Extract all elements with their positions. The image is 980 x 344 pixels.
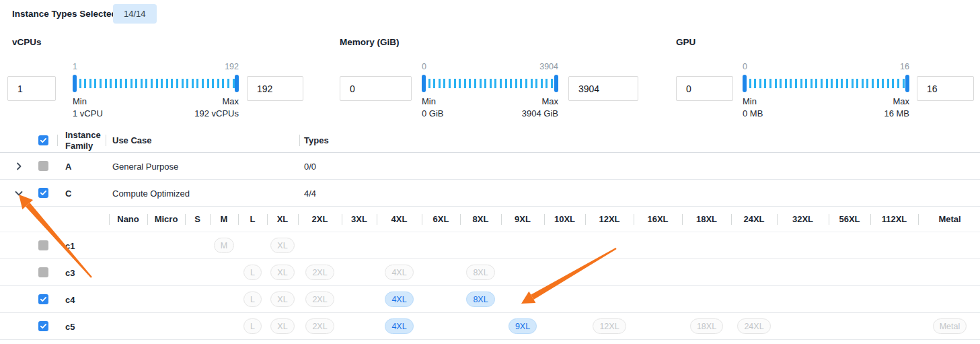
gpu-label: GPU [676,37,695,47]
gpu-slider-max-tick: 16 [900,62,909,73]
size-column-header: L [238,207,267,232]
size-cell [731,232,777,259]
size-cell: L [238,259,267,285]
size-badge-8xl[interactable]: 8XL [466,291,494,307]
size-badge-9xl[interactable]: 9XL [508,318,537,334]
gpu-filter-group: GPU 0 16 Min 0 MB Max 16 MB [676,37,695,47]
size-cell [109,259,147,285]
size-badge-8xl[interactable]: 8XL [466,265,494,280]
selected-count-badge: 14/14 [113,4,157,24]
size-column-header: 112XL [870,207,918,232]
size-cell: 4XL [377,286,422,312]
size-cell [918,232,980,259]
gpu-max-input[interactable] [917,76,974,101]
instance-types-selected-label: Instance Types Selected: [12,9,120,19]
size-badge-24xl[interactable]: 24XL [737,318,770,334]
size-badge-xl[interactable]: XL [270,318,294,334]
check-icon [40,189,47,197]
size-header-grid: NanoMicroSMLXL2XL3XL4XL6XL8XL9XL10XL12XL… [109,207,980,232]
instance-types-table: Instance Family Use Case Types AGeneral … [0,128,980,340]
memory-slider-max-tick: 3904 [539,62,558,73]
gpu-min-input[interactable] [676,76,733,101]
size-column-header: 10XL [544,207,585,232]
size-badge-grid: MXL [109,232,980,259]
size-badge-4xl[interactable]: 4XL [385,318,413,334]
size-badge-grid: LXL2XL4XL9XL12XL18XL24XLMetal [109,313,980,339]
memory-max-caption: Max [522,96,558,108]
row-checkbox-c3[interactable] [38,267,48,277]
gpu-slider-track [743,75,909,92]
size-cell [501,232,544,259]
size-cell: 24XL [731,313,777,339]
size-cell [298,232,342,259]
gpu-slider-max-handle[interactable] [905,75,909,92]
size-badge-2xl[interactable]: 2XL [305,265,334,280]
size-cell [918,259,980,285]
memory-slider-track [422,75,558,92]
gpu-slider-min-handle[interactable] [743,75,747,92]
column-header-types: Types [304,135,329,145]
size-badge-l[interactable]: L [243,291,262,307]
size-cell [422,259,460,285]
size-cell: L [238,313,267,339]
size-badge-xl[interactable]: XL [270,265,294,280]
instance-name: c4 [65,295,75,305]
size-cell: 2XL [298,259,342,285]
size-cell [918,286,980,312]
size-badge-metal[interactable]: Metal [933,318,967,334]
size-cell [585,286,634,312]
size-badge-l[interactable]: L [243,265,262,280]
select-all-checkbox[interactable] [38,135,48,145]
vcpus-slider-min-handle[interactable] [73,75,77,92]
size-badge-18xl[interactable]: 18XL [690,318,723,334]
size-cell [460,313,501,339]
size-cell [109,286,147,312]
vcpus-min-input[interactable] [7,76,56,101]
family-checkbox-a[interactable] [38,161,48,171]
size-badge-m[interactable]: M [214,238,234,253]
size-cell [777,286,829,312]
row-checkbox-c4[interactable] [38,294,48,304]
size-column-header: 56XL [829,207,870,232]
size-column-header: 4XL [377,207,422,232]
size-badge-4xl[interactable]: 4XL [385,265,413,280]
vcpus-slider-min-tick: 1 [73,62,77,73]
size-badge-4xl[interactable]: 4XL [385,291,413,307]
instance-row-c5: c5LXL2XL4XL9XL12XL18XL24XLMetal [0,313,980,340]
memory-slider-min-handle[interactable] [422,75,426,92]
row-checkbox-c1[interactable] [38,240,48,250]
chevron-down-icon[interactable] [13,188,24,199]
size-cell: XL [267,232,298,259]
instance-row-c1: c1MXL [0,232,980,259]
size-badge-l[interactable]: L [243,318,262,334]
memory-slider-min-tick: 0 [422,62,426,73]
size-cell [544,286,585,312]
memory-min-caption: Min [422,96,444,108]
vcpus-min-sub: 1 vCPU [73,108,103,120]
size-badge-2xl[interactable]: 2XL [305,291,334,307]
vcpus-max-input[interactable] [247,76,303,101]
row-checkbox-c5[interactable] [38,321,48,331]
size-cell [870,232,918,259]
size-badge-12xl[interactable]: 12XL [593,318,626,334]
chevron-right-icon[interactable] [13,161,24,172]
memory-max-input[interactable] [568,76,638,101]
vcpus-slider-max-handle[interactable] [235,75,239,92]
size-cell [682,259,731,285]
memory-min-sub: 0 GiB [422,108,444,120]
family-letter: A [65,162,71,172]
vcpus-max-caption: Max [194,96,239,108]
gpu-max-caption: Max [884,96,909,108]
size-badge-2xl[interactable]: 2XL [305,318,334,334]
size-badge-xl[interactable]: XL [270,238,294,253]
size-cell [777,232,829,259]
size-badge-xl[interactable]: XL [270,291,294,307]
memory-min-input[interactable] [340,76,412,101]
size-cell [342,286,377,312]
family-checkbox-c[interactable] [38,188,48,198]
size-column-header: S [185,207,210,232]
size-cell [377,232,422,259]
memory-slider-max-handle[interactable] [554,75,558,92]
gpu-min-sub: 0 MB [743,108,763,120]
instance-name: c5 [65,322,75,332]
